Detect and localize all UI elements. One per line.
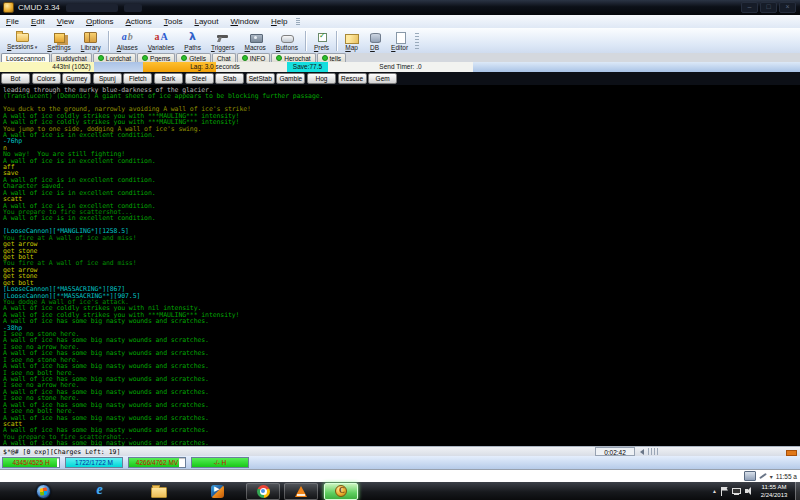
menu-item-file[interactable]: File — [0, 16, 25, 28]
window-title: CMUD 3.34 — [18, 3, 60, 12]
map-icon — [345, 31, 358, 43]
status-bar-spacer — [473, 62, 800, 72]
toolbar: SessionsSettingsLibraryAliasesVariablesP… — [0, 28, 800, 54]
toolbar-editor-button[interactable]: Editor — [386, 29, 413, 53]
toolbar-db-button[interactable]: DB — [363, 29, 386, 53]
taskbar-chrome[interactable] — [246, 483, 280, 500]
session-tab-pgems[interactable]: Pgems — [137, 53, 175, 62]
toolbar-divider — [305, 31, 307, 51]
settings-icon — [54, 33, 65, 43]
macro-button-hog[interactable]: Hog — [307, 73, 336, 84]
titlebar-ghost — [124, 4, 142, 12]
network-icon[interactable] — [732, 487, 741, 495]
explorer-folder-icon — [151, 487, 167, 498]
taskbar-windows-explorer[interactable] — [142, 483, 176, 500]
session-tab-info[interactable]: INFO — [237, 53, 271, 62]
wmp-icon — [211, 485, 224, 498]
send-timer-indicator: Send Timer: .0 — [328, 62, 474, 72]
toolbar-buttons-button[interactable]: Buttons — [271, 29, 303, 53]
session-tab-tells[interactable]: tells — [317, 53, 347, 62]
session-tab-gtells[interactable]: Gtells — [176, 53, 211, 62]
toolbar-library-button[interactable]: Library — [76, 29, 106, 53]
menu-grip — [296, 18, 300, 26]
lag-label: Lag: 3.0 seconds — [143, 62, 287, 72]
show-hidden-icons-icon[interactable]: ▲ — [712, 488, 717, 494]
send-timer-label: Send Timer: .0 — [328, 62, 473, 72]
toolbar-sessions-button[interactable]: Sessions — [2, 29, 42, 53]
menu-item-actions[interactable]: Actions — [120, 16, 158, 28]
terminal-output: leading through the murky blue-darkness … — [0, 85, 800, 446]
mud-prompt: $*@# [0 exp][Charges Left: 19] — [3, 448, 120, 456]
session-tab-chat[interactable]: Chat — [212, 53, 236, 62]
toolbar-prefs-button[interactable]: Prefs — [309, 29, 334, 53]
activity-dot-icon — [98, 55, 104, 61]
toolbar-paths-button[interactable]: Paths — [179, 29, 206, 53]
splitter-grip[interactable] — [648, 448, 658, 455]
session-tabs: LoosecannonBuddychatLordchatPgemsGtellsC… — [0, 53, 800, 62]
session-tab-herochat[interactable]: Herochat — [271, 53, 315, 62]
gauge-4345-4525-h: 4345/4525 H — [2, 457, 60, 468]
macro-button-gamble[interactable]: Gamble — [276, 73, 305, 84]
windows-start-icon — [36, 484, 51, 499]
taskbar-internet-explorer[interactable] — [84, 483, 118, 500]
titlebar-ghost — [66, 4, 118, 12]
activity-dot-icon — [322, 55, 328, 61]
taskbar-media-player[interactable] — [200, 483, 234, 500]
taskbar-vlc[interactable] — [284, 483, 318, 500]
gauge-1722-1722-m: 1722/1722 M — [65, 457, 123, 468]
taskbar-cmud[interactable] — [324, 483, 358, 500]
toolbar-macros-button[interactable]: Macros — [240, 29, 271, 53]
taskbar-clock[interactable]: 11:55 AM 2/24/2013 — [756, 483, 792, 499]
macro-button-fletch[interactable]: Fletch — [123, 73, 152, 84]
macro-button-setstab[interactable]: SetStab — [246, 73, 275, 84]
macro-button-steel[interactable]: Steel — [185, 73, 214, 84]
menu-item-layout[interactable]: Layout — [188, 16, 224, 28]
library-icon — [84, 32, 97, 43]
macro-button-bot[interactable]: Bot — [1, 73, 30, 84]
macro-button-rescue[interactable]: Rescue — [338, 73, 367, 84]
close-button[interactable]: × — [779, 2, 796, 13]
toolbar-divider — [336, 31, 338, 51]
session-timer: 0:02:42 — [595, 447, 635, 456]
prompt-bar: $*@# [0 exp][Charges Left: 19] 0:02:42 — [0, 446, 800, 456]
toolbar-triggers-button[interactable]: Triggers — [206, 29, 240, 53]
speaker-icon[interactable] — [745, 487, 754, 495]
clock-time: 11:55 AM — [756, 483, 792, 491]
minimize-button[interactable]: – — [741, 2, 758, 13]
chrome-icon — [257, 485, 270, 498]
maximize-button[interactable]: □ — [760, 2, 777, 13]
macro-button-stab[interactable]: Stab — [215, 73, 244, 84]
macro-button-gem[interactable]: Gem — [368, 73, 397, 84]
menu-item-help[interactable]: Help — [265, 16, 293, 28]
macro-button-colors[interactable]: Colors — [32, 73, 61, 84]
buttons-icon — [280, 31, 293, 43]
macro-button-gurney[interactable]: Gurney — [62, 73, 91, 84]
session-tab-loosecannon[interactable]: Loosecannon — [1, 53, 50, 62]
toolbar-map-button[interactable]: Map — [340, 29, 363, 53]
toolbar-aliases-button[interactable]: Aliases — [112, 29, 143, 53]
chevron-down-icon[interactable]: ▾ — [770, 473, 773, 480]
menu-item-edit[interactable]: Edit — [25, 16, 51, 28]
toolbar-settings-button[interactable]: Settings — [42, 29, 76, 53]
menu-item-view[interactable]: View — [51, 16, 80, 28]
sessions-folder-icon — [16, 33, 29, 42]
session-tab-buddychat[interactable]: Buddychat — [51, 53, 92, 62]
toolbar-variables-button[interactable]: Variables — [143, 29, 180, 53]
cmud-icon — [335, 485, 347, 497]
taskbar-start-button[interactable] — [26, 483, 60, 500]
aliases-icon — [121, 31, 134, 43]
save-label: Save:77.5 — [287, 62, 328, 72]
action-center-flag-icon[interactable] — [721, 487, 728, 496]
session-tab-lordchat[interactable]: Lordchat — [93, 53, 136, 62]
menu-item-window[interactable]: Window — [224, 16, 264, 28]
scroll-left-icon[interactable] — [640, 449, 644, 455]
toolbar-divider — [108, 31, 110, 51]
macro-button-bark[interactable]: Bark — [154, 73, 183, 84]
taskbar-apps — [0, 482, 800, 500]
show-desktop-button[interactable] — [795, 482, 800, 500]
menu-item-tools[interactable]: Tools — [158, 16, 189, 28]
macro-button-spunj[interactable]: Spunj — [93, 73, 122, 84]
menu-item-options[interactable]: Options — [80, 16, 120, 28]
connection-status-icon — [744, 471, 756, 481]
gauge-4266-4762-mv: 4266/4762 MV — [128, 457, 186, 468]
